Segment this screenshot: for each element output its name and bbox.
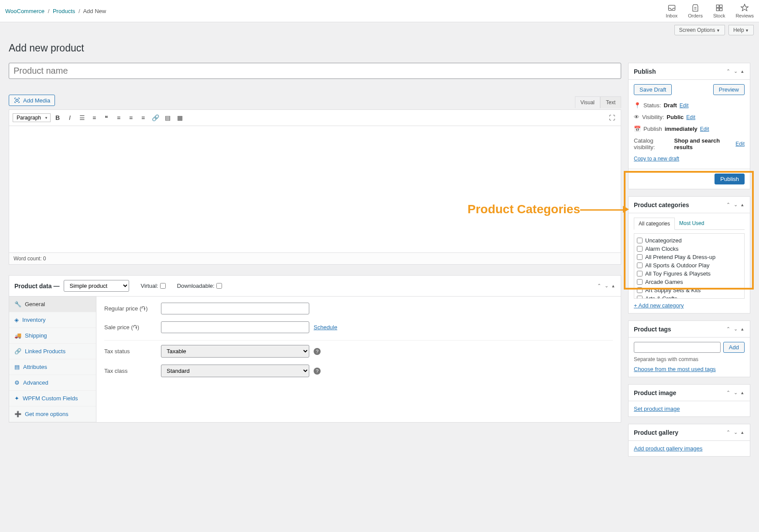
reviews-icon [740,3,749,12]
edit-publish-link[interactable]: Edit [700,126,709,132]
category-item[interactable]: Arts & Crafts [637,294,742,299]
add-tag-button[interactable]: Add [723,342,745,353]
topnav-reviews[interactable]: Reviews [735,3,754,18]
gallery-title: Product gallery [634,429,678,436]
tab-wpfm[interactable]: ✦WPFM Custom Fields [9,391,96,406]
product-type-select[interactable]: Simple product [64,280,129,292]
tags-title: Product tags [634,326,671,333]
align-left-button[interactable]: ≡ [113,113,124,123]
svg-rect-3 [716,8,719,11]
chevron-up-icon[interactable]: ⌃ [596,282,602,290]
add-category-link[interactable]: + Add new category [634,302,745,309]
sort-icon[interactable]: ▴ [740,429,745,436]
tag-input[interactable] [634,342,721,353]
sale-price-input[interactable] [161,321,309,333]
chevron-down-icon[interactable]: ⌄ [733,68,738,75]
help-icon[interactable]: ? [314,348,321,355]
editor-tab-text[interactable]: Text [600,96,621,108]
tax-class-select[interactable]: Standard [161,365,309,377]
preview-button[interactable]: Preview [713,84,745,95]
editor-tab-visual[interactable]: Visual [575,96,600,108]
bullet-list-button[interactable]: ☰ [77,113,87,123]
category-item[interactable]: Arcade Games [637,278,742,286]
topnav-inbox[interactable]: Inbox [666,3,677,18]
cat-tab-most[interactable]: Most Used [675,218,708,229]
sort-icon[interactable]: ▴ [740,389,745,396]
save-draft-button[interactable]: Save Draft [634,84,672,95]
edit-visibility-link[interactable]: Edit [686,114,695,120]
fullscreen-button[interactable]: ⛶ [607,113,617,123]
inventory-icon: ◈ [14,317,19,323]
gear-icon: ⚙ [14,379,20,386]
toolbar-toggle-button[interactable]: ▦ [174,113,185,123]
edit-catalog-link[interactable]: Edit [735,141,745,147]
add-media-button[interactable]: Add Media [9,95,55,106]
category-item[interactable]: Art Supply Sets & Kits [637,286,742,294]
chevron-up-icon[interactable]: ⌃ [725,325,731,333]
tab-inventory[interactable]: ◈Inventory [9,312,96,328]
tab-attributes[interactable]: ▤Attributes [9,359,96,375]
align-center-button[interactable]: ≡ [126,113,136,123]
regular-price-input[interactable] [161,303,309,314]
category-item[interactable]: All Sports & Outdoor Play [637,261,742,269]
tab-general[interactable]: 🔧General [9,297,96,312]
publish-button[interactable]: Publish [715,174,745,184]
word-count: Word count: 0 [9,252,621,264]
product-data-label: Product data — [14,283,59,290]
copy-draft-link[interactable]: Copy to a new draft [634,156,679,162]
more-button[interactable]: ▤ [162,113,173,123]
chevron-up-icon[interactable]: ⌃ [725,201,731,208]
help-icon[interactable]: ? [314,368,321,375]
chevron-down-icon[interactable]: ⌄ [733,201,738,208]
breadcrumb-products[interactable]: Products [53,8,75,14]
chevron-down-icon[interactable]: ⌄ [733,429,738,436]
breadcrumb-root[interactable]: WooCommerce [5,8,44,14]
link-button[interactable]: 🔗 [150,113,161,123]
chevron-down-icon[interactable]: ⌄ [604,282,609,290]
downloadable-checkbox[interactable]: Downloadable: [177,283,222,289]
eye-icon: 👁 [634,114,639,120]
product-title-input[interactable] [9,63,621,79]
cat-tab-all[interactable]: All categories [634,218,675,230]
bold-button[interactable]: B [52,113,63,123]
sort-icon[interactable]: ▴ [740,68,745,75]
category-item[interactable]: Alarm Clocks [637,245,742,253]
virtual-checkbox[interactable]: Virtual: [140,283,165,289]
number-list-button[interactable]: ≡ [89,113,99,123]
sort-icon[interactable]: ▴ [740,201,745,208]
category-item[interactable]: All Pretend Play & Dress-up [637,253,742,261]
format-select[interactable]: Paragraph [13,113,51,122]
topnav-stock[interactable]: Stock [713,3,725,18]
topnav-orders[interactable]: Orders [688,3,703,18]
arrow-line [580,209,624,211]
tab-shipping[interactable]: 🚚Shipping [9,328,96,344]
custom-icon: ✦ [14,395,19,402]
chevron-down-icon[interactable]: ⌄ [733,325,738,333]
editor-content[interactable] [9,126,621,252]
breadcrumb-current: Add New [83,8,106,14]
sort-icon[interactable]: ▴ [611,282,615,290]
italic-button[interactable]: I [65,113,75,123]
chevron-up-icon[interactable]: ⌃ [725,429,731,436]
category-item[interactable]: All Toy Figures & Playsets [637,269,742,278]
set-image-link[interactable]: Set product image [634,406,680,412]
screen-options-button[interactable]: Screen Options [674,25,725,35]
tab-linked[interactable]: 🔗Linked Products [9,344,96,359]
chevron-up-icon[interactable]: ⌃ [725,389,731,396]
tab-advanced[interactable]: ⚙Advanced [9,375,96,391]
tab-more[interactable]: ➕Get more options [9,406,96,422]
chevron-down-icon[interactable]: ⌄ [733,389,738,396]
choose-tags-link[interactable]: Choose from the most used tags [634,366,716,372]
align-right-button[interactable]: ≡ [138,113,148,123]
quote-button[interactable]: ❝ [101,113,112,123]
category-list[interactable]: Uncategorized Alarm Clocks All Pretend P… [634,233,745,299]
image-title: Product image [634,389,676,396]
help-button[interactable]: Help [728,25,754,35]
schedule-link[interactable]: Schedule [314,324,337,331]
edit-status-link[interactable]: Edit [680,102,689,109]
category-item[interactable]: Uncategorized [637,236,742,245]
sort-icon[interactable]: ▴ [740,325,745,333]
add-gallery-link[interactable]: Add product gallery images [634,445,703,452]
tax-status-select[interactable]: Taxable [161,345,309,358]
chevron-up-icon[interactable]: ⌃ [725,68,731,75]
